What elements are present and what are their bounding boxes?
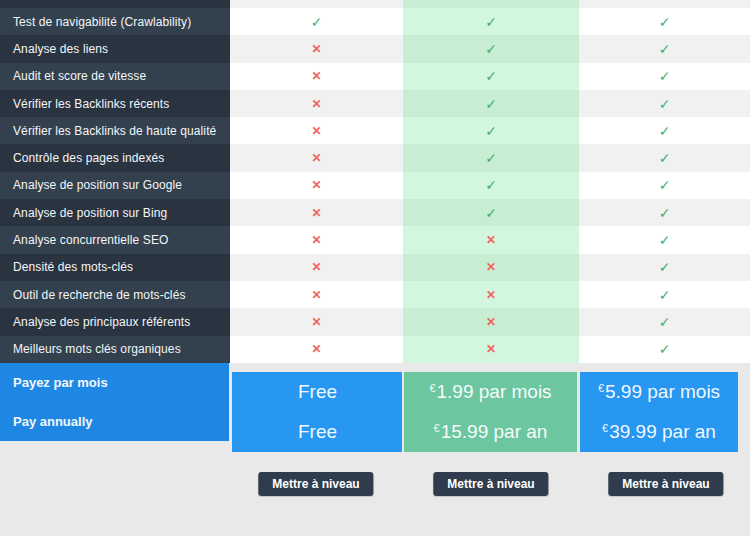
feature-label: Analyse des liens bbox=[13, 42, 108, 56]
plan3-cell: ✓ bbox=[579, 90, 750, 117]
plan1-cell: ✕ bbox=[230, 308, 403, 335]
plan2-cell: ✓ bbox=[403, 199, 579, 226]
plan3-cell: ✓ bbox=[579, 8, 750, 35]
plan2-price-block: €1.99 par mois €15.99 par an bbox=[404, 372, 577, 452]
check-icon: ✓ bbox=[485, 97, 497, 111]
check-icon: ✓ bbox=[485, 151, 497, 165]
plan1-upgrade-button[interactable]: Mettre à niveau bbox=[258, 472, 373, 496]
cross-icon: ✕ bbox=[311, 43, 321, 55]
cross-icon: ✕ bbox=[311, 234, 321, 246]
feature-row: Audit et score de vitesse ✕ ✓ ✓ bbox=[0, 63, 750, 90]
plan2-cell: ✓ bbox=[403, 90, 579, 117]
plan1-price-block: Free Free bbox=[232, 372, 402, 452]
plan1-cell: ✕ bbox=[230, 35, 403, 62]
check-icon: ✓ bbox=[659, 42, 671, 56]
top-strip-plan3 bbox=[579, 0, 750, 8]
feature-label: Analyse de position sur Bing bbox=[13, 206, 167, 220]
check-icon: ✓ bbox=[659, 124, 671, 138]
feature-label-cell: Analyse des liens bbox=[0, 35, 230, 62]
feature-row: Analyse des principaux référents ✕ ✕ ✓ bbox=[0, 308, 750, 335]
cross-icon: ✕ bbox=[486, 289, 496, 301]
cross-icon: ✕ bbox=[311, 343, 321, 355]
plan2-cell: ✕ bbox=[403, 336, 579, 363]
plan2-cell: ✓ bbox=[403, 8, 579, 35]
plan3-cell: ✓ bbox=[579, 144, 750, 171]
price-text: 5.99 par mois bbox=[605, 381, 720, 403]
plan1-cell: ✕ bbox=[230, 226, 403, 253]
check-icon: ✓ bbox=[659, 97, 671, 111]
check-icon: ✓ bbox=[485, 69, 497, 83]
feature-label-cell: Analyse de position sur Google bbox=[0, 172, 230, 199]
feature-label: Analyse des principaux référents bbox=[13, 315, 190, 329]
feature-row: Analyse de position sur Bing ✕ ✓ ✓ bbox=[0, 199, 750, 226]
cross-icon: ✕ bbox=[311, 70, 321, 82]
top-strip-plan2 bbox=[403, 0, 579, 8]
plan2-cell: ✓ bbox=[403, 172, 579, 199]
check-icon: ✓ bbox=[485, 178, 497, 192]
plan2-annual-price: €15.99 par an bbox=[404, 412, 577, 452]
feature-label-cell: Audit et score de vitesse bbox=[0, 63, 230, 90]
plan1-cell: ✕ bbox=[230, 199, 403, 226]
check-icon: ✓ bbox=[311, 15, 323, 29]
cross-icon: ✕ bbox=[486, 343, 496, 355]
plan3-cell: ✓ bbox=[579, 35, 750, 62]
feature-label-cell: Analyse de position sur Bing bbox=[0, 199, 230, 226]
plan3-price-block: €5.99 par mois €39.99 par an bbox=[580, 372, 738, 452]
check-icon: ✓ bbox=[485, 206, 497, 220]
monthly-billing-label: Payez par mois bbox=[0, 363, 229, 402]
feature-label-cell: Densité des mots-clés bbox=[0, 254, 230, 281]
feature-label-cell: Analyse des principaux référents bbox=[0, 308, 230, 335]
top-strip-plan1 bbox=[230, 0, 403, 8]
plan2-cell: ✕ bbox=[403, 226, 579, 253]
billing-period-panel: Payez par mois Pay annually bbox=[0, 363, 229, 441]
feature-label: Audit et score de vitesse bbox=[13, 69, 146, 83]
check-icon: ✓ bbox=[485, 124, 497, 138]
table-top-strip bbox=[0, 0, 750, 8]
plan3-upgrade-button[interactable]: Mettre à niveau bbox=[608, 472, 723, 496]
plan2-cell: ✕ bbox=[403, 308, 579, 335]
feature-label-cell: Outil de recherche de mots-clés bbox=[0, 281, 230, 308]
plan1-cell: ✓ bbox=[230, 8, 403, 35]
plan2-monthly-price: €1.99 par mois bbox=[404, 372, 577, 412]
feature-row: Analyse des liens ✕ ✓ ✓ bbox=[0, 35, 750, 62]
plan3-cell: ✓ bbox=[579, 308, 750, 335]
plan1-cell: ✕ bbox=[230, 254, 403, 281]
check-icon: ✓ bbox=[659, 151, 671, 165]
price-text: 39.99 par an bbox=[609, 421, 716, 443]
check-icon: ✓ bbox=[485, 15, 497, 29]
plan3-cell: ✓ bbox=[579, 63, 750, 90]
plan2-upgrade-button[interactable]: Mettre à niveau bbox=[433, 472, 548, 496]
feature-label-cell: Contrôle des pages indexés bbox=[0, 144, 230, 171]
feature-label: Test de navigabilité (Crawlability) bbox=[13, 15, 191, 29]
euro-currency-symbol: € bbox=[598, 382, 604, 394]
feature-label: Analyse concurrentielle SEO bbox=[13, 233, 168, 247]
cross-icon: ✕ bbox=[311, 152, 321, 164]
plan1-cell: ✕ bbox=[230, 63, 403, 90]
feature-label-cell: Vérifier les Backlinks récents bbox=[0, 90, 230, 117]
feature-row: Vérifier les Backlinks de haute qualité … bbox=[0, 117, 750, 144]
price-text: 15.99 par an bbox=[441, 421, 548, 443]
cross-icon: ✕ bbox=[311, 316, 321, 328]
plan3-annual-price: €39.99 par an bbox=[580, 412, 738, 452]
feature-label: Contrôle des pages indexés bbox=[13, 151, 164, 165]
price-text: 1.99 par mois bbox=[437, 381, 552, 403]
cross-icon: ✕ bbox=[486, 234, 496, 246]
check-icon: ✓ bbox=[659, 288, 671, 302]
plan3-cell: ✓ bbox=[579, 199, 750, 226]
feature-label: Analyse de position sur Google bbox=[13, 178, 182, 192]
feature-label: Meilleurs mots clés organiques bbox=[13, 342, 181, 356]
plan3-cell: ✓ bbox=[579, 226, 750, 253]
euro-currency-symbol: € bbox=[602, 422, 608, 434]
cross-icon: ✕ bbox=[311, 289, 321, 301]
plan3-cell: ✓ bbox=[579, 281, 750, 308]
plan2-cell: ✓ bbox=[403, 35, 579, 62]
plan3-monthly-price: €5.99 par mois bbox=[580, 372, 738, 412]
check-icon: ✓ bbox=[659, 233, 671, 247]
plan2-cell: ✓ bbox=[403, 144, 579, 171]
plan2-cell: ✕ bbox=[403, 254, 579, 281]
plan2-cell: ✓ bbox=[403, 63, 579, 90]
price-text: Free bbox=[298, 421, 337, 443]
feature-row: Meilleurs mots clés organiques ✕ ✕ ✓ bbox=[0, 336, 750, 363]
feature-label-cell: Vérifier les Backlinks de haute qualité bbox=[0, 117, 230, 144]
check-icon: ✓ bbox=[659, 206, 671, 220]
